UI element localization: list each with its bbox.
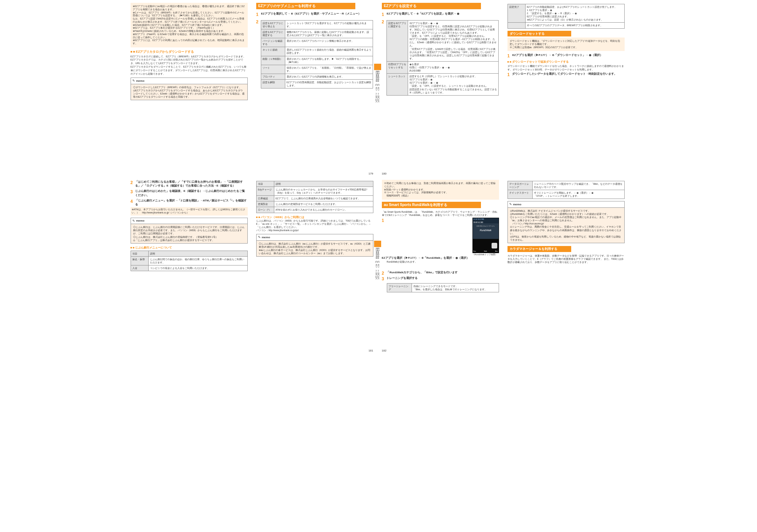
table-cell: ネットに接続 xyxy=(261,47,285,56)
table-cell: 設定完了 xyxy=(507,4,525,23)
step-text: EZアプリを選択して→ ⊕「EZアプリを設定」を選択→ ◉ xyxy=(386,12,499,16)
step-number: 1 xyxy=(507,72,512,78)
note-box: ※EZアプリを起動中にau電話への電話の着信があった場合は、着信が優先されます。… xyxy=(131,3,248,47)
step-number: 2 xyxy=(131,180,135,186)
table-cell: Edyチャージ xyxy=(256,187,274,196)
table-cell: EZアプリを選択→ ◉ → ◉ 待受EZアプリを設定すると、待受画面に設定された… xyxy=(408,20,499,61)
table-cell: EZアプリの自動起動設定、およびEZアプリのショートカット設定が完了します。 1… xyxy=(525,4,624,23)
table-cell: ローン（*） xyxy=(256,207,274,213)
page-180-right: 設定完了 EZアプリの自動起動設定、およびEZアプリのショートカット設定が完了し… xyxy=(503,0,629,177)
table-cell: 選択したEZアプリがネット接続を行う場合、接続の確認画面を表示するよう設定します… xyxy=(285,47,373,56)
pencil-icon: ✎ xyxy=(132,79,135,83)
page-179-left: ※EZアプリを起動中にau電話への電話の着信があった場合は、着信が優先されます。… xyxy=(126,0,252,177)
page-181-left: 2 「はじめてご利用になるお客様」／「すでに口座をお持ちのお客様」→「口座開設す… xyxy=(126,177,252,354)
table-cell: ◉を選択 待受に→待受アプリを選択→ ◉ → ◉ 約2分30秒 xyxy=(408,61,499,73)
table-cell: コンビニでの現金による入金をご利用いただけます。 xyxy=(148,265,247,271)
page-number: 179 xyxy=(368,172,373,176)
memo-body: ◎Run&Walkは、株式会社 ナビタイムジャパンが提供するサービスです。 ◎R… xyxy=(508,208,624,243)
sub-heading: ■ ダウンロードセットで追加ダウンロードする xyxy=(507,60,625,64)
app-screenshot: 11:12 10.2 396 35:00 9.2 395 周回100人のauユー… xyxy=(472,218,499,253)
memo-body: ◎じぶん銀行は、株式会社じぶん銀行（auじぶん銀行）が提供するサービスです。au… xyxy=(257,241,373,256)
table-cell: すべてのEZアプリのアプリデータ、BREW®アプリが削除されます。 xyxy=(525,23,624,28)
step-number: 2 xyxy=(256,19,260,25)
pencil-icon: ✎ xyxy=(258,235,261,240)
settings-table-2: 設定完了 EZアプリの自動起動設定、およびEZアプリのショートカット設定が完了し… xyxy=(507,4,625,29)
step-number: 1 xyxy=(382,12,386,18)
body-text: じぶん銀行は、パソコン（WEB）からもお取引可能です。詳細につきましては、T00… xyxy=(256,219,373,232)
table-cell: じぶん銀行のキャッシュカードから、お手持ちのおサイフケータイ®対応携帯電話*（E… xyxy=(274,187,373,196)
table-cell: EZアプリの待受画面設定、自動起動設定、およびショートカット設定を解除します。 xyxy=(285,80,373,88)
step-text: ダウンロードしたいデータを選択してダウンロードセット→時刻設定を行います。 xyxy=(512,72,624,76)
table-cell: フリートレーニング xyxy=(387,284,412,292)
training-table: フリートレーニング 自由にトレーニングできるモードです。 「Bike」を選択した… xyxy=(387,283,499,292)
side-label: EZweb/auのネットサービス xyxy=(377,248,380,279)
table-cell: 設定をEZアプリに切り替える xyxy=(261,20,285,29)
page-180-left: EZweb/auのネットサービス EZアプリを設定する 1 EZアプリを選択して… xyxy=(378,0,503,177)
table-cell xyxy=(507,23,525,28)
pencil-icon: ✎ xyxy=(132,219,135,223)
settings-table: 設定をEZアプリに固定する EZアプリを選択→ ◉ → ◉ 待受EZアプリを設定… xyxy=(386,20,499,96)
section-title: au Smart Sports Run&Walkを利用する xyxy=(382,202,481,208)
table-cell: 削除（１件削除） xyxy=(261,56,285,65)
table-cell: バージョンを確認する xyxy=(261,38,285,47)
scr-menu: Bike xyxy=(495,250,498,252)
page-number: 180 xyxy=(382,172,386,176)
table-cell: 定期預金 xyxy=(256,201,274,207)
table-cell: 待受EZアプリをリセットする xyxy=(387,61,408,73)
menu-table: 項目説明 振込・振替じぶん銀行間での振込のほか、他の銀行口座、ゆうちょ銀行口座へ… xyxy=(131,251,248,271)
step-number: 3 xyxy=(382,276,386,282)
memo-label: memo xyxy=(136,79,145,83)
table-cell: じぶん銀行の定期預金サービスをご利用いただけます。 xyxy=(274,201,373,207)
step-number: 2 xyxy=(382,19,386,25)
table-cell: ショートカット xyxy=(387,74,408,96)
memo-body: ◎ダウンロードしたEZアプリ（BREW®）の保存先は、フォトフォルダ（EZアプリ… xyxy=(131,84,247,100)
menu-table-2: 項目説明 Edyチャージじぶん銀行のキャッシュカードから、お手持ちのおサイフケー… xyxy=(256,181,373,213)
sub-heading: ■ パソコン（WEB）からご利用には xyxy=(256,215,373,219)
table-header: 項目 xyxy=(131,251,148,256)
training-table-2: データロガートレーニング トレーニング中のペース配分やラップを確認でき、「Bik… xyxy=(507,181,625,199)
memo-label: memo xyxy=(262,235,270,239)
memo-label: memo xyxy=(513,202,522,206)
table-cell: EZアプリで、じぶん銀行の口座残高や入出金明細をいつでも確認できます。 xyxy=(274,196,373,201)
scr-blurb: 周回100人のauユーザーから xyxy=(474,225,498,227)
pencil-icon: ✎ xyxy=(509,202,512,207)
memo-box: ✎memo ◎Run&Walkは、株式会社 ナビタイムジャパンが提供するサービス… xyxy=(507,201,625,243)
table-cell: 振込・振替 xyxy=(131,257,148,265)
table-cell: 設定を解除 xyxy=(261,80,285,88)
table-cell: 設定をEZアプリに固定する xyxy=(387,20,408,61)
side-tab xyxy=(376,64,381,70)
table-cell: プロパティ xyxy=(261,74,285,79)
step-number: 3 xyxy=(131,189,135,195)
step-number: 1 xyxy=(256,12,260,18)
table-cell: ショートカットでEZアプリを選択すると、EZアプリの起動が優先されます。 xyxy=(285,20,373,29)
screenshot-caption: 《Run&Walkトップ画面》 xyxy=(471,253,499,256)
scr-menu: Walk xyxy=(484,250,487,252)
memo-box: ✎memo ◎じぶん銀行は、じぶん銀行の口座開設後にご利用いただけるサービスです… xyxy=(131,218,248,244)
table-cell: ソート xyxy=(261,65,285,74)
table-header: 説明 xyxy=(274,181,373,187)
side-tab xyxy=(376,241,381,247)
page-number: 182 xyxy=(382,349,386,353)
submenu-table: 設定をEZアプリに切り替えるショートカットでEZアプリを選択すると、EZアプリの… xyxy=(261,20,373,88)
body-text: EZアプリカタログに接続して、EZアプリ（BREW®）をEZアプリカタログからダ… xyxy=(131,55,248,76)
note-box: ※初めてご利用になるお客様には、別途ご利用登録画面が表示されます。画面の案内に従… xyxy=(382,180,499,200)
scr-menu: Run xyxy=(474,250,476,252)
page-181-right: 項目説明 Edyチャージじぶん銀行のキャッシュカードから、お手持ちのおサイフケー… xyxy=(252,177,378,354)
table-cell: 複数のEZアプリのうち、最後に起動したEZアプリが自動起動されます。設定されたE… xyxy=(285,29,373,38)
table-cell: 設定するとR（1回押し）でショートカットが起動されます。 EZアプリを選択→ ◉… xyxy=(408,74,499,96)
memo-box: ✎memo ◎じぶん銀行は、株式会社じぶん銀行（auじぶん銀行）が提供するサービ… xyxy=(256,234,373,257)
section-title: カラダマネージャー＆を利用する xyxy=(507,246,571,252)
step-number: 2 xyxy=(382,270,386,276)
step-number: 1 xyxy=(382,218,386,224)
section-title: ダウンロードセットする xyxy=(507,31,571,37)
table-cell: クイックスタート xyxy=(507,190,532,199)
step-text: EZアプリを選択（▶P.177）→ ⊕「ダウンロードセット」→ ◉（選択） xyxy=(512,53,624,57)
table-header: 項目 xyxy=(256,181,274,187)
scr-title: Run&Walk xyxy=(473,229,499,232)
page-179-right: EZアプリのサブメニューを利用する 1 EZアプリを選択して→ ⊕（EZアプリ）… xyxy=(252,0,378,177)
step-number: 1 xyxy=(507,53,512,59)
step-text: じぶん銀行のはじめかた」を確認後、E（確認する）→じぶん銀行のはじめかたをご覧く… xyxy=(135,189,247,197)
heading-ez-app-catalog: ■ EZアプリカタログからダウンロードする xyxy=(131,50,248,54)
table-cell: ATMを使わずにお借り入れができるじぶん銀行のカードローン。 xyxy=(274,207,373,213)
table-cell: 入金 xyxy=(131,265,148,271)
